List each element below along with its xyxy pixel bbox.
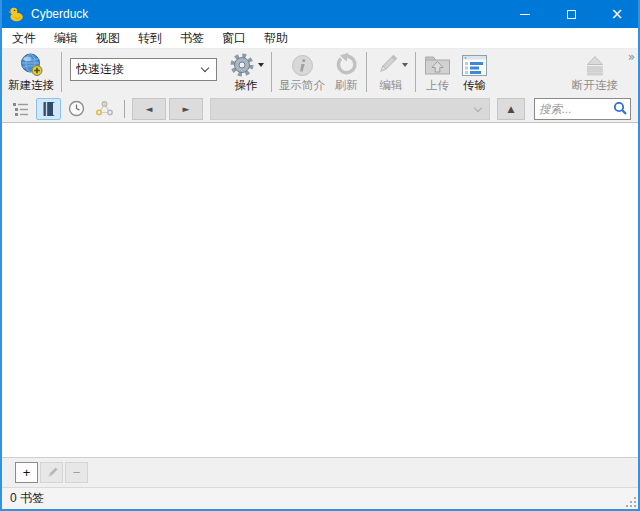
edit-bookmark-button[interactable] [40, 462, 63, 483]
toolbar-separator [271, 52, 272, 92]
new-connection-label: 新建连接 [8, 79, 54, 92]
remove-bookmark-button[interactable]: − [65, 462, 88, 483]
show-info-label: 显示简介 [279, 79, 325, 92]
titlebar: Cyberduck × [0, 0, 640, 28]
bonjour-icon [95, 100, 114, 117]
info-circle-icon [290, 51, 315, 79]
edit-label: 编辑 [380, 79, 403, 92]
refresh-icon [333, 51, 359, 79]
minimize-icon [520, 14, 530, 15]
back-arrow-icon: ◄ [146, 104, 153, 114]
menubar: 文件 编辑 视图 转到 书签 窗口 帮助 [2, 28, 638, 49]
plus-icon: + [23, 466, 31, 479]
refresh-label: 刷新 [335, 79, 358, 92]
folder-upload-icon [423, 51, 452, 79]
toolbar-separator [61, 52, 62, 92]
transfers-button[interactable]: 传输 [456, 51, 493, 92]
quick-connect-value: 快速连接 [76, 61, 124, 78]
globe-plus-icon [18, 51, 45, 79]
menu-edit[interactable]: 编辑 [45, 28, 87, 48]
add-bookmark-button[interactable]: + [15, 462, 38, 483]
outline-list-icon [12, 101, 30, 117]
bookmark-count-label: 0 书签 [10, 490, 44, 507]
pencil-icon [374, 52, 400, 78]
minimize-button[interactable] [502, 0, 548, 28]
bookmark-edit-bar: + − [2, 457, 638, 487]
forward-arrow-icon: ► [183, 104, 190, 114]
magnifier-icon [613, 101, 628, 116]
cyberduck-window: Cyberduck × 文件 编辑 视图 转到 书签 窗口 帮助 [0, 0, 640, 511]
show-info-button[interactable]: 显示简介 [275, 51, 329, 92]
dropdown-arrow-icon [258, 63, 264, 67]
back-button[interactable]: ◄ [132, 98, 166, 120]
forward-button[interactable]: ► [169, 98, 203, 120]
main-toolbar: 新建连接 快速连接 操作 [2, 49, 638, 95]
action-label: 操作 [235, 79, 258, 92]
disconnect-label: 断开连接 [572, 79, 618, 92]
disconnect-button[interactable]: 断开连接 [568, 51, 622, 92]
transfers-label: 传输 [463, 79, 486, 92]
browser-bar: ◄ ► ▲ [2, 95, 638, 123]
up-arrow-icon: ▲ [508, 104, 515, 114]
toggle-history-view-button[interactable] [64, 98, 89, 120]
search-input[interactable] [535, 103, 613, 115]
search-box [534, 98, 631, 120]
minus-icon: − [73, 466, 81, 479]
chevron-down-icon [474, 103, 482, 111]
app-duck-icon [8, 6, 24, 22]
resize-grip[interactable] [634, 505, 636, 507]
chevron-down-icon [201, 64, 209, 72]
maximize-icon [567, 10, 576, 19]
toolbar-separator [366, 52, 367, 92]
close-icon: × [611, 7, 624, 22]
upload-label: 上传 [426, 79, 449, 92]
upload-button[interactable]: 上传 [419, 51, 456, 92]
path-combobox[interactable] [210, 98, 490, 120]
menu-window[interactable]: 窗口 [213, 28, 255, 48]
menu-go[interactable]: 转到 [129, 28, 171, 48]
toolbar-separator [415, 52, 416, 92]
up-directory-button[interactable]: ▲ [497, 98, 525, 120]
toolbar-overflow-chevron[interactable]: » [628, 50, 634, 64]
book-icon [41, 100, 57, 118]
toggle-bookmarks-view-button[interactable] [36, 98, 61, 120]
bookmark-list-area[interactable] [2, 123, 638, 457]
close-button[interactable]: × [594, 0, 640, 28]
browser-bar-separator [124, 100, 125, 118]
new-connection-button[interactable]: 新建连接 [4, 51, 58, 92]
menu-help[interactable]: 帮助 [255, 28, 297, 48]
dropdown-arrow-icon [402, 63, 408, 67]
edit-button[interactable]: 编辑 [370, 51, 412, 92]
quick-connect-combobox[interactable]: 快速连接 [70, 58, 217, 81]
toggle-bonjour-view-button[interactable] [92, 98, 117, 120]
menu-bookmark[interactable]: 书签 [171, 28, 213, 48]
transfer-list-icon [460, 51, 489, 79]
gear-icon [228, 52, 256, 79]
toggle-outline-view-button[interactable] [8, 98, 33, 120]
clock-icon [68, 100, 85, 117]
menu-view[interactable]: 视图 [87, 28, 129, 48]
maximize-button[interactable] [548, 0, 594, 28]
eject-icon [581, 51, 609, 79]
refresh-button[interactable]: 刷新 [329, 51, 363, 92]
action-button[interactable]: 操作 [224, 51, 268, 92]
menu-file[interactable]: 文件 [3, 28, 45, 48]
window-title: Cyberduck [31, 7, 88, 21]
pencil-icon [45, 466, 59, 480]
status-bar: 0 书签 [2, 487, 638, 509]
caption-controls: × [502, 0, 640, 28]
